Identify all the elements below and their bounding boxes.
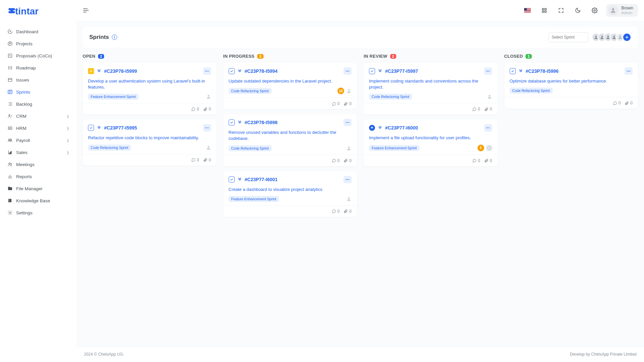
card[interactable]: #C23P78-I5999⋯Develop a user authenticat… <box>83 63 217 115</box>
attachments-count[interactable]: 0 <box>484 158 492 163</box>
theme-button[interactable] <box>572 5 583 16</box>
attachments-count[interactable]: 0 <box>343 209 352 214</box>
fullscreen-button[interactable] <box>556 5 566 16</box>
sidebar-item-projects[interactable]: Projects <box>0 38 77 50</box>
sprint-tag[interactable]: Code Refactoring Sprint <box>88 145 131 151</box>
sprint-tag[interactable]: Code Refactoring Sprint <box>369 94 412 100</box>
card-title[interactable]: Refactor repetitive code blocks to impro… <box>88 135 211 141</box>
sidebar-item-knowledge-base[interactable]: Knowledge Base <box>0 195 77 207</box>
comments-count[interactable]: 0 <box>472 158 480 163</box>
priority-icon <box>237 120 242 125</box>
attachments-count[interactable]: 0 <box>625 101 633 105</box>
card-menu-button[interactable]: ⋯ <box>203 67 211 75</box>
card-title[interactable]: Implement a file upload functionality fo… <box>369 135 492 141</box>
card-id[interactable]: #C23P77-I5995 <box>104 125 137 131</box>
svg-point-3 <box>8 68 9 68</box>
add-member-button[interactable]: + <box>623 33 631 42</box>
comments-count[interactable]: 0 <box>332 209 340 214</box>
svg-point-24 <box>208 146 209 147</box>
assignee-placeholder-icon[interactable] <box>346 196 352 202</box>
card-menu-button[interactable]: ⋯ <box>343 67 352 75</box>
sidebar-item-sales[interactable]: Sales❯ <box>0 146 77 158</box>
attachments-count[interactable]: 0 <box>343 101 352 106</box>
sidebar-item-payroll[interactable]: Payroll❯ <box>0 134 77 146</box>
card-id[interactable]: #C23P77-I6001 <box>245 177 278 182</box>
comments-count[interactable]: 0 <box>472 107 480 111</box>
apps-button[interactable] <box>539 5 550 16</box>
sprint-tag[interactable]: Code Refactoring Sprint <box>510 88 553 94</box>
attachments-count[interactable]: 0 <box>484 107 492 111</box>
card-title[interactable]: Implement coding standards and conventio… <box>369 78 492 90</box>
card-title[interactable]: Develop a user authentication system usi… <box>88 78 211 90</box>
card-menu-button[interactable]: ⋯ <box>484 67 492 75</box>
sidebar-item-crm[interactable]: CRM❯ <box>0 110 77 122</box>
card-id[interactable]: #C23P78-I5999 <box>104 68 137 74</box>
card[interactable]: #C23P78-I5998⋯Remove unused variables an… <box>223 114 357 166</box>
card-title[interactable]: Optimize database queries for better per… <box>510 78 633 84</box>
sidebar-item-backlog[interactable]: Backlog <box>0 98 77 110</box>
attachments-count[interactable]: 0 <box>203 107 211 111</box>
story-points: 10 <box>337 88 344 94</box>
sidebar-item-meetings[interactable]: Meetings <box>0 158 77 170</box>
comments-count[interactable]: 0 <box>191 107 199 111</box>
card-id[interactable]: #C23P77-I5997 <box>385 68 418 74</box>
info-icon[interactable]: i <box>112 35 117 40</box>
sprint-tag[interactable]: Code Refactoring Sprint <box>229 88 272 94</box>
sprint-select[interactable] <box>549 32 588 42</box>
card-id[interactable]: #C23P77-I6000 <box>385 125 418 131</box>
logo[interactable]: tintar <box>0 0 77 23</box>
sprint-tag[interactable]: Feature Enhancement Sprint <box>229 196 279 202</box>
card-title[interactable]: Update outdated dependencies in the Lara… <box>229 78 352 84</box>
sidebar-item-roadmap[interactable]: Roadmap <box>0 62 77 74</box>
sprint-tag[interactable]: Feature Enhancement Sprint <box>88 94 138 100</box>
moon-icon <box>575 7 581 13</box>
assignee-placeholder-icon[interactable] <box>206 145 211 150</box>
sidebar-item-dashboard[interactable]: Dashboard <box>0 25 77 38</box>
card-title[interactable]: Remove unused variables and functions to… <box>229 130 352 142</box>
card-id[interactable]: #C23P78-I5998 <box>245 120 278 125</box>
attachments-count[interactable]: 0 <box>343 158 352 163</box>
user-menu[interactable]: Brown Admin <box>606 4 638 17</box>
board: OPEN2#C23P78-I5999⋯Develop a user authen… <box>77 54 644 346</box>
sidebar-item-proposals-coco-[interactable]: Proposals (CoCo) <box>0 50 77 62</box>
assignee-placeholder-icon[interactable] <box>346 146 352 151</box>
sprint-tag[interactable]: Code Refactoring Sprint <box>229 145 272 151</box>
sprint-tag[interactable]: Feature Enhancement Sprint <box>369 145 419 151</box>
card-title[interactable]: Create a dashboard to visualize project … <box>229 187 352 193</box>
card-menu-button[interactable]: ⋯ <box>484 124 492 132</box>
card-id[interactable]: #C23P78-I5994 <box>245 68 278 74</box>
card-menu-button[interactable]: ⋯ <box>203 124 211 132</box>
card-menu-button[interactable]: ⋯ <box>343 176 352 183</box>
assignee-placeholder-icon[interactable] <box>487 94 492 99</box>
column-closed: CLOSED1#C23P78-I5996⋯Optimize database q… <box>504 54 638 113</box>
comments-count[interactable]: 0 <box>332 101 340 106</box>
comments-count[interactable]: 0 <box>332 158 340 163</box>
card-id[interactable]: #C23P78-I5996 <box>526 68 559 74</box>
story-type-icon <box>369 125 375 131</box>
card[interactable]: #C23P77-I5995⋯Refactor repetitive code b… <box>83 119 217 165</box>
comments-count[interactable]: 0 <box>613 101 621 105</box>
language-button[interactable] <box>522 5 533 16</box>
card[interactable]: #C23P77-I5997⋯Implement coding standards… <box>364 63 498 115</box>
card[interactable]: #C23P77-I6000⋯Implement a file upload fu… <box>364 119 498 166</box>
sidebar-item-sprints[interactable]: Sprints <box>0 86 77 98</box>
attachments-count[interactable]: 0 <box>203 158 211 162</box>
card-menu-button[interactable]: ⋯ <box>625 67 633 75</box>
comments-count[interactable]: 0 <box>191 158 199 162</box>
assignee-placeholder-icon[interactable] <box>206 94 211 99</box>
sidebar-item-hrm[interactable]: HRM❯ <box>0 122 77 134</box>
svg-point-13 <box>9 163 10 164</box>
card[interactable]: #C23P78-I5996⋯Optimize database queries … <box>504 63 638 109</box>
card-menu-button[interactable]: ⋯ <box>343 119 352 126</box>
assignee-placeholder-icon[interactable] <box>346 88 352 94</box>
assignee-avatar[interactable] <box>486 145 492 151</box>
menu-toggle[interactable] <box>83 7 89 14</box>
sidebar-item-settings[interactable]: Settings <box>0 207 77 219</box>
settings-button[interactable] <box>589 5 600 16</box>
feature-type-icon <box>88 68 94 74</box>
sidebar-item-file-manager[interactable]: File Manager <box>0 183 77 195</box>
card[interactable]: #C23P78-I5994⋯Update outdated dependenci… <box>223 63 357 109</box>
card[interactable]: #C23P77-I6001⋯Create a dashboard to visu… <box>223 171 357 217</box>
sidebar-item-reports[interactable]: Reports <box>0 170 77 183</box>
sidebar-item-issues[interactable]: Issues <box>0 74 77 86</box>
